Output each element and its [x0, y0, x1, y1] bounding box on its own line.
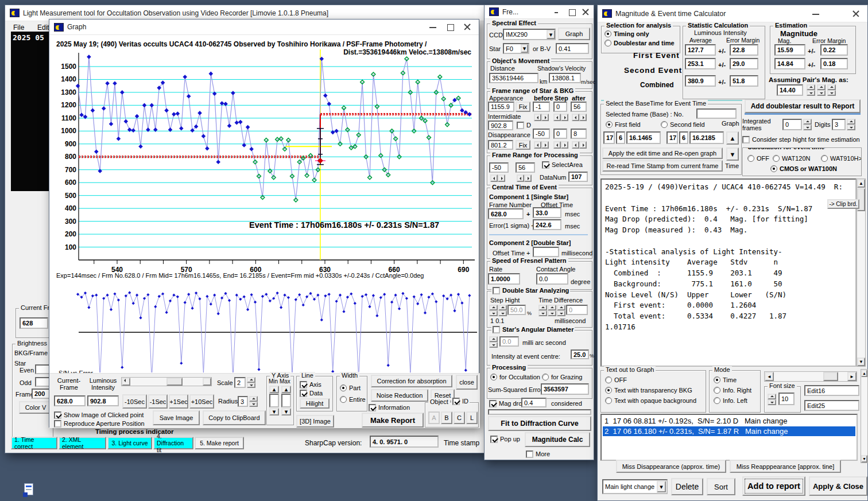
checkbox-icon[interactable] [452, 398, 460, 405]
checkbox-icon[interactable] [489, 400, 497, 407]
fre-title-bar[interactable]: Fre... [485, 5, 594, 19]
spin-down-icon[interactable] [249, 402, 258, 407]
sharpcap-version-field[interactable]: 4. 0. 9571. 0 [370, 436, 439, 448]
second-avg-field[interactable]: 253.1 [685, 58, 716, 69]
checkbox-icon[interactable] [300, 390, 307, 397]
checkbox-icon[interactable] [54, 420, 61, 428]
appearance-fix-button[interactable]: Fix [516, 102, 530, 112]
spin-down-icon[interactable] [489, 310, 498, 316]
minimize-icon[interactable] [426, 22, 440, 32]
object-a-button[interactable]: A [428, 411, 440, 424]
residual-chart[interactable] [52, 281, 478, 372]
radio-icon[interactable] [340, 396, 347, 403]
font-scrollbar[interactable]: ◄ ► [764, 371, 857, 382]
graph-up-button[interactable]: ▲ [726, 131, 739, 145]
checkbox-icon[interactable] [54, 411, 61, 419]
spin-up-icon[interactable] [557, 305, 565, 310]
pair-mag-spinner2[interactable] [817, 84, 826, 96]
hilight-button[interactable]: Hilight [300, 398, 330, 409]
spin-right-icon[interactable] [561, 141, 568, 149]
before2-field[interactable]: -50 [533, 129, 550, 139]
integrated-frames-field[interactable]: 0 [782, 119, 802, 130]
first-err-field[interactable]: 22.8 [730, 44, 758, 56]
step2-field[interactable]: 0 [553, 129, 567, 139]
spin-up-icon[interactable] [817, 84, 826, 90]
clipboard-button[interactable]: -> Clip brd. [827, 199, 859, 209]
textout-off-radio[interactable]: OFF [605, 376, 627, 383]
width-part-radio[interactable]: Part [340, 385, 361, 391]
scale-field[interactable]: 2 [234, 377, 246, 388]
integrated-spinner[interactable] [803, 119, 812, 130]
spin-down-icon[interactable] [827, 90, 836, 96]
spin-up-icon[interactable] [803, 119, 812, 125]
disappearance-fix-button[interactable]: Fix [516, 140, 530, 150]
angular-field[interactable]: 0.0 [499, 336, 519, 347]
video-frame-thumbnail[interactable]: 2025 05 [11, 32, 50, 191]
disappearance-field[interactable]: 801.2 [488, 140, 513, 150]
object-c-button[interactable]: C [454, 411, 465, 424]
spin-left-icon[interactable] [553, 141, 561, 149]
ymin-down-button[interactable]: ▾ [269, 408, 279, 415]
graph-down-button[interactable]: ▼ [726, 147, 739, 161]
radio-icon[interactable] [661, 121, 668, 128]
radio-icon[interactable] [773, 155, 780, 162]
ymax-field[interactable] [281, 394, 291, 407]
before-spinner[interactable] [534, 114, 549, 121]
minimize-icon[interactable] [809, 9, 823, 19]
color-v-button[interactable]: Color V [19, 401, 52, 414]
t1-min-field[interactable]: 6 [616, 131, 625, 144]
reread-timestamp-button[interactable]: Re-read Time Stamp from current frame [602, 160, 723, 172]
light-change-dropdown-icon[interactable]: ▾ [657, 481, 666, 492]
time-diff-spinner1[interactable] [538, 305, 547, 316]
t2-hour-field[interactable]: 17 [666, 131, 678, 144]
combined-avg-field[interactable]: 380.9 [685, 75, 716, 87]
range-start-spinner[interactable] [490, 174, 505, 182]
distance-field[interactable]: 353619446 [489, 73, 538, 83]
spin-down-icon[interactable] [557, 310, 565, 316]
ccd-dropdown-icon[interactable]: ▾ [547, 30, 555, 39]
graph-title-bar[interactable]: Graph [49, 20, 479, 35]
spin-up-icon[interactable] [249, 396, 258, 402]
font-size-field[interactable]: 10 [778, 393, 795, 405]
checkbox-icon[interactable] [490, 436, 498, 443]
rate-field[interactable]: 1.0000 [488, 273, 520, 285]
radio-icon[interactable] [490, 374, 497, 380]
tab-make-report[interactable]: 5. Make report [195, 437, 244, 449]
doublestar-time-radio[interactable]: Doublestar and time [604, 40, 675, 46]
for-occultation-radio[interactable]: for Occultation [490, 374, 540, 380]
mode-info-left-radio[interactable]: Info. Left [714, 397, 747, 404]
pair-mag-spinner3[interactable] [827, 84, 836, 96]
scroll-left-arrow-icon[interactable] [122, 378, 130, 386]
radio-icon[interactable] [747, 155, 754, 162]
spin-left-icon[interactable] [534, 114, 541, 121]
apply-edit-time-button[interactable]: Apply the edit time and Re-open graph [602, 147, 723, 159]
magerr1-field[interactable]: 0.22 [820, 44, 848, 56]
popup-checkbox[interactable]: Pop up [490, 436, 520, 443]
spin-right-icon[interactable] [498, 174, 505, 182]
mode-info-right-radio[interactable]: Info. Right [714, 387, 751, 394]
copy-to-clipboard-button[interactable]: Copy to ClipBoard [203, 410, 266, 425]
sum-squared-error-field[interactable]: 3563597 [541, 383, 589, 395]
menu-edit[interactable]: Edit [37, 24, 49, 32]
font-scroll-thumb[interactable] [823, 372, 838, 381]
intermidiate-field[interactable]: 902.8 [488, 121, 513, 130]
ymin-field[interactable] [269, 394, 279, 407]
range-end-spinner[interactable] [517, 174, 532, 182]
correction-absorption-button[interactable]: Correction for absorption [371, 375, 452, 387]
wat120n-radio[interactable]: WAT120N [773, 155, 811, 162]
intensity-centre-field[interactable]: 25.0 [571, 349, 589, 359]
3d-image-button[interactable]: [3D] Image [296, 415, 334, 428]
event-list-box[interactable]: 1 17 06 08.811 +/- 0.192s, S/N= 2.10 D M… [600, 414, 858, 461]
spin-left-icon[interactable] [553, 114, 561, 121]
radio-icon[interactable] [605, 387, 612, 394]
selected-frame-field[interactable] [696, 108, 737, 119]
scroll-right-arrow-icon[interactable] [203, 378, 211, 386]
spectral-graph-button[interactable]: Graph [558, 28, 590, 40]
frame-scrollbar[interactable] [121, 377, 212, 386]
time-diff-spinner3[interactable] [557, 305, 565, 316]
time-diff-spinner2[interactable] [548, 305, 556, 316]
before-field[interactable]: -1 [533, 102, 550, 112]
scroll-right-arrow-icon[interactable]: ► [847, 372, 857, 381]
tab-diffraction[interactable]: 4. Diffraction tit [153, 437, 193, 449]
make-report-button[interactable]: Make Report [362, 413, 424, 428]
